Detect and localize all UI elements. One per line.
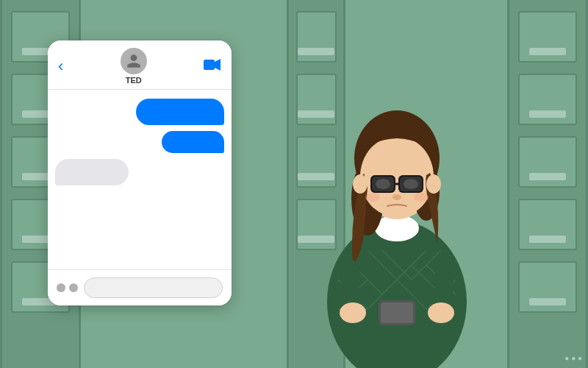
message-bubble-sent-1 xyxy=(136,99,224,125)
locker-door xyxy=(518,199,577,250)
svg-point-17 xyxy=(404,179,418,189)
locker-door xyxy=(518,11,577,63)
svg-point-10 xyxy=(426,174,441,194)
contact-area: TED xyxy=(121,48,147,85)
svg-point-16 xyxy=(376,179,390,189)
svg-point-9 xyxy=(353,174,368,194)
svg-rect-39 xyxy=(381,302,413,323)
locker-door xyxy=(518,74,577,125)
video-icon xyxy=(204,58,221,71)
dot-2 xyxy=(69,283,78,292)
svg-point-37 xyxy=(428,302,454,323)
svg-point-36 xyxy=(340,302,366,323)
svg-point-19 xyxy=(365,193,380,202)
svg-point-20 xyxy=(414,193,429,202)
dot-1 xyxy=(57,283,65,292)
messages-area xyxy=(48,90,232,269)
svg-rect-0 xyxy=(204,60,215,70)
character-illustration xyxy=(294,29,500,368)
phone-footer xyxy=(48,269,232,305)
locker-right xyxy=(507,0,588,368)
contact-name: TED xyxy=(126,76,142,85)
phone-ui: ‹ TED xyxy=(48,40,232,305)
watermark: ● ● ● xyxy=(564,354,582,362)
back-button[interactable]: ‹ xyxy=(58,58,63,74)
message-bubble-sent-2 xyxy=(162,131,224,153)
phone-header: ‹ TED xyxy=(48,40,232,90)
mic-area xyxy=(57,283,78,292)
message-bubble-received-1 xyxy=(55,159,129,185)
locker-door xyxy=(518,136,577,188)
svg-marker-1 xyxy=(215,59,220,71)
person-icon xyxy=(126,53,142,69)
avatar xyxy=(121,48,147,74)
message-input[interactable] xyxy=(84,277,223,298)
locker-door xyxy=(518,261,577,313)
svg-point-18 xyxy=(392,194,401,200)
video-call-button[interactable] xyxy=(204,58,221,75)
